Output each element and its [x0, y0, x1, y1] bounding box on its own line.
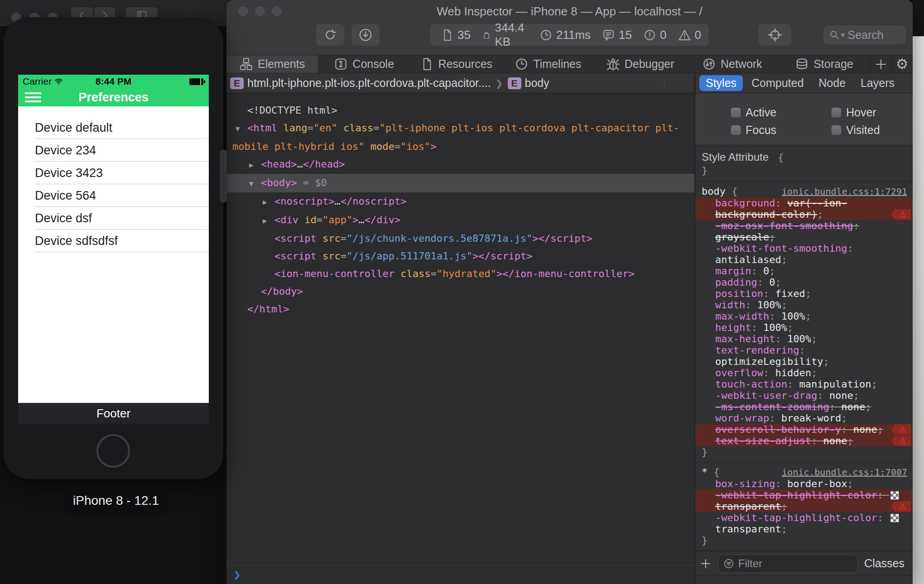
pseudo-toggle-visited[interactable]: Visited — [831, 124, 904, 137]
stat-error-count[interactable]: 0 — [644, 28, 666, 42]
dom-tree-node[interactable]: ▶<div id="app">…</div> — [226, 211, 694, 230]
console-prompt-row[interactable]: ❯ — [226, 565, 694, 584]
css-property[interactable]: text-size-adjust: none;⚠ — [695, 435, 913, 446]
breadcrumb-item[interactable]: Ehtml.plt-iphone.plt-ios.plt-cordova.plt… — [230, 77, 491, 90]
home-button[interactable] — [96, 434, 130, 468]
stat-resource-count[interactable]: 35 — [441, 28, 471, 42]
minimize-window-button[interactable] — [255, 6, 265, 16]
tab-storage[interactable]: Storage — [779, 55, 871, 73]
rule-selector[interactable]: * — [702, 466, 707, 478]
pseudo-label: Hover — [846, 106, 876, 119]
tab-console[interactable]: Console — [318, 55, 410, 73]
dom-tree-node[interactable]: ▼<body> = $0 — [226, 174, 694, 192]
tab-label: Debugger — [625, 57, 674, 71]
color-swatch[interactable] — [890, 491, 900, 500]
menu-icon[interactable] — [25, 92, 41, 105]
tab-debugger[interactable]: Debugger — [595, 55, 687, 73]
code-brackets-icon[interactable] — [593, 77, 607, 90]
css-property[interactable]: -webkit-tap-highlight-color: transparent… — [695, 489, 913, 512]
close-window-button[interactable] — [238, 6, 248, 16]
print-icon[interactable] — [570, 77, 583, 90]
stat-load-time[interactable]: 211ms — [540, 28, 591, 42]
css-property[interactable]: overscroll-behavior-y: none;⚠ — [695, 424, 913, 435]
dom-tree-node[interactable]: ▶<head>…</head> — [226, 155, 694, 174]
css-property[interactable]: position: fixed; — [695, 288, 913, 299]
filter-input[interactable]: Filter — [718, 555, 858, 573]
panel-toggle-icon[interactable] — [674, 77, 688, 90]
reload-button[interactable] — [316, 24, 344, 46]
color-swatch[interactable] — [890, 513, 900, 523]
pseudo-toggle-focus[interactable]: Focus — [731, 124, 831, 137]
css-property[interactable]: width: 100%; — [695, 299, 913, 311]
dom-tree-node[interactable]: </body> — [226, 282, 694, 300]
network-icon — [703, 57, 716, 71]
css-property[interactable]: padding: 0; — [695, 277, 913, 288]
stat-console-log-count[interactable]: 15 — [602, 28, 632, 42]
zoom-window-button[interactable] — [272, 6, 282, 16]
disclosure-triangle-icon[interactable]: ▼ — [249, 175, 261, 192]
settings-button[interactable]: ⚙ — [892, 55, 913, 73]
tab-elements[interactable]: Elements — [226, 55, 318, 73]
disclosure-triangle-icon[interactable]: ▼ — [236, 120, 247, 138]
element-picker-button[interactable] — [759, 24, 791, 46]
new-rule-button[interactable] — [700, 558, 712, 570]
dom-tree-node[interactable]: ▶<noscript>…</noscript> — [226, 192, 694, 211]
stat-transfer-size[interactable]: 344.4 KB — [482, 21, 528, 49]
disclosure-triangle-icon[interactable]: ▶ — [263, 212, 274, 230]
search-input[interactable]: ▾ Search — [823, 25, 906, 44]
css-property[interactable]: -webkit-tap-highlight-color: transparent… — [695, 512, 913, 535]
breadcrumb-item[interactable]: Ebody — [508, 77, 549, 90]
list-item[interactable]: Device 3423 — [18, 162, 209, 184]
css-property[interactable]: box-sizing: border-box; — [695, 478, 913, 489]
css-property[interactable]: -webkit-font-smoothing: antialiased; — [695, 243, 913, 265]
list-item[interactable]: Device 564 — [18, 184, 209, 207]
dom-tree-node[interactable]: ▼<html lang="en" class="plt-iphone plt-i… — [226, 119, 694, 138]
add-tab-button[interactable] — [871, 55, 892, 73]
css-property[interactable]: margin: 0; — [695, 265, 913, 277]
sidebar-tab-layers[interactable]: Layers — [854, 75, 901, 91]
disclosure-triangle-icon[interactable]: ▶ — [249, 156, 261, 174]
list-item[interactable]: Device sdfsdfsf — [18, 230, 209, 252]
list-item[interactable]: Device 234 — [18, 139, 209, 162]
disclosure-triangle-icon[interactable]: ▶ — [263, 193, 274, 211]
sidebar-tab-node[interactable]: Node — [812, 75, 852, 91]
css-property[interactable]: touch-action: manipulation; — [695, 378, 913, 390]
css-property[interactable]: -moz-osx-font-smoothing: grayscale; — [695, 220, 913, 243]
css-property[interactable]: background: var(--ion-background-color);… — [695, 197, 913, 220]
dom-tree-node[interactable]: mobile plt-hybrid ios" mode="ios"> — [226, 138, 694, 155]
css-property[interactable]: max-width: 100%; — [695, 311, 913, 322]
css-property[interactable]: -webkit-user-drag: none; — [695, 390, 913, 401]
stat-warning-count[interactable]: 0 — [679, 28, 701, 42]
css-property[interactable]: text-rendering: optimizeLegibility; — [695, 345, 913, 367]
stylesheet-link[interactable]: ionic.bundle.css:1:7007 — [782, 466, 907, 478]
close-brace: } — [702, 165, 707, 176]
screen: Web Inspector — iPhone 8 — App — localho… — [0, 0, 924, 584]
list-item[interactable]: Device default — [18, 116, 209, 139]
pseudo-toggle-active[interactable]: Active — [731, 106, 831, 119]
css-property[interactable]: -ms-content-zooming: none; — [695, 401, 913, 412]
stylesheet-link[interactable]: ionic.bundle.css:1:7291 — [782, 186, 907, 197]
sidebar-tab-computed[interactable]: Computed — [745, 75, 810, 91]
rule-selector[interactable]: body — [702, 186, 726, 197]
pseudo-toggle-hover[interactable]: Hover — [831, 106, 904, 119]
css-property[interactable]: word-wrap: break-word; — [695, 412, 913, 424]
paintbrush-icon[interactable] — [640, 77, 654, 90]
inspector-tab-bar: ElementsConsoleResourcesTimelinesDebugge… — [226, 55, 913, 73]
list-item[interactable]: Device dsf — [18, 207, 209, 230]
dom-tree-node[interactable]: <script src="/js/chunk-vendors.5e87871a.… — [226, 230, 694, 247]
css-property[interactable]: max-height: 100%; — [695, 333, 913, 345]
sidebar-tab-styles[interactable]: Styles — [699, 75, 743, 91]
tab-network[interactable]: Network — [687, 55, 779, 73]
dom-tree-node[interactable]: <script src="/js/app.511701a1.js"></scri… — [226, 247, 694, 265]
tab-label: Timelines — [533, 57, 581, 71]
grid-icon[interactable] — [617, 77, 630, 90]
dom-tree-node[interactable]: </html> — [226, 300, 694, 318]
download-button[interactable] — [351, 24, 380, 46]
tab-timelines[interactable]: Timelines — [502, 55, 594, 73]
css-property[interactable]: overflow: hidden; — [695, 367, 913, 378]
classes-button[interactable]: Classes — [864, 557, 905, 570]
tab-resources[interactable]: Resources — [410, 55, 502, 73]
css-property[interactable]: height: 100%; — [695, 322, 913, 333]
dom-tree-node[interactable]: <!DOCTYPE html> — [226, 101, 694, 119]
dom-tree-node[interactable]: <ion-menu-controller class="hydrated"></… — [226, 265, 694, 282]
